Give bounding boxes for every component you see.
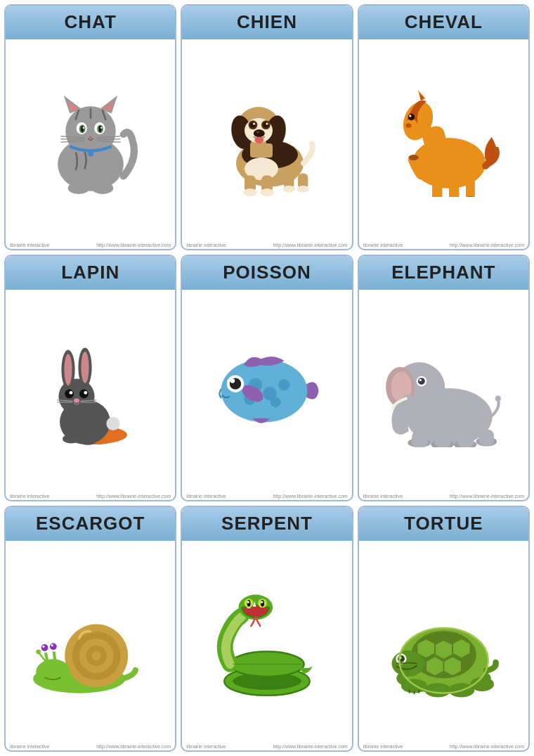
svg-point-89 — [278, 380, 289, 391]
svg-point-75 — [65, 390, 74, 399]
card-escargot: ESCARGOT — [4, 506, 176, 752]
svg-marker-155 — [426, 657, 443, 677]
svg-point-69 — [106, 417, 119, 430]
card-footer-chat: librairie interactive http://www.librair… — [6, 241, 175, 249]
svg-point-24 — [87, 150, 93, 157]
svg-point-84 — [63, 435, 79, 444]
card-title-chat: CHAT — [6, 6, 175, 39]
card-body-cheval — [359, 39, 528, 241]
svg-point-73 — [64, 354, 72, 385]
card-chien: CHIEN — [181, 4, 353, 250]
svg-marker-154 — [452, 639, 470, 659]
svg-point-129 — [51, 644, 53, 646]
svg-rect-112 — [458, 433, 474, 447]
svg-point-66 — [409, 155, 419, 160]
poisson-svg — [204, 336, 330, 445]
card-elephant: ELEPHANT — [358, 255, 530, 501]
svg-point-37 — [253, 122, 255, 124]
serpent-svg — [207, 582, 327, 701]
card-body-serpent — [182, 541, 351, 743]
svg-rect-110 — [412, 431, 428, 447]
elephant-svg — [380, 335, 507, 447]
card-title-poisson: POISSON — [182, 256, 351, 290]
card-title-serpent: SERPENT — [182, 507, 351, 541]
card-body-chien — [182, 39, 351, 241]
svg-point-14 — [99, 126, 101, 132]
svg-point-26 — [91, 182, 113, 194]
svg-point-91 — [271, 397, 281, 408]
tortue-svg — [379, 585, 509, 698]
svg-point-101 — [418, 378, 425, 385]
svg-point-41 — [254, 136, 263, 143]
svg-point-120 — [91, 651, 100, 660]
svg-rect-111 — [435, 433, 451, 447]
card-chat: CHAT — [4, 4, 176, 250]
svg-point-35 — [250, 122, 256, 127]
svg-point-39 — [254, 129, 265, 137]
svg-point-79 — [74, 398, 79, 402]
card-poisson: POISSON — [181, 255, 353, 501]
svg-point-126 — [41, 644, 48, 651]
svg-point-145 — [247, 601, 249, 603]
cheval-svg — [384, 84, 503, 197]
card-title-chien: CHIEN — [182, 6, 351, 39]
card-body-poisson — [182, 290, 351, 492]
svg-rect-60 — [432, 183, 442, 197]
card-title-lapin: LAPIN — [6, 256, 175, 290]
card-body-lapin — [6, 290, 175, 492]
svg-point-25 — [67, 182, 89, 194]
card-title-escargot: ESCARGOT — [6, 507, 175, 541]
card-footer-cheval: librairie interactive http://www.librair… — [359, 241, 528, 249]
svg-point-74 — [81, 352, 89, 383]
card-serpent: SERPENT — [181, 506, 353, 752]
svg-point-36 — [263, 122, 268, 127]
svg-point-144 — [261, 600, 264, 607]
svg-rect-51 — [250, 143, 273, 158]
card-footer-lapin: librairie interactive http://www.librair… — [6, 492, 175, 500]
svg-point-146 — [261, 601, 263, 603]
card-footer-tortue: librairie interactive http://www.librair… — [359, 743, 528, 750]
svg-point-16 — [100, 127, 103, 129]
svg-point-55 — [408, 113, 415, 120]
card-cheval: CHEVAL — [358, 4, 530, 250]
svg-point-78 — [84, 391, 87, 395]
card-body-tortue — [359, 541, 528, 743]
card-footer-poisson: librairie interactive http://www.librair… — [182, 492, 351, 500]
svg-point-38 — [266, 122, 268, 124]
svg-point-56 — [410, 115, 412, 117]
svg-rect-62 — [466, 177, 475, 197]
card-footer-escargot: librairie interactive http://www.librair… — [6, 743, 175, 750]
animal-grid: CHAT — [0, 0, 534, 756]
chat-svg — [31, 86, 150, 195]
card-title-cheval: CHEVAL — [359, 6, 528, 39]
svg-point-131 — [36, 650, 41, 655]
svg-point-47 — [243, 188, 256, 196]
card-footer-chien: librairie interactive http://www.librair… — [182, 241, 351, 249]
svg-point-162 — [424, 684, 450, 698]
card-body-chat — [6, 39, 175, 241]
card-tortue: TORTUE — [358, 506, 530, 752]
svg-point-57 — [406, 123, 412, 127]
svg-point-85 — [79, 436, 96, 445]
svg-point-13 — [81, 126, 83, 132]
svg-point-40 — [256, 131, 260, 133]
card-lapin: LAPIN — [4, 255, 176, 501]
svg-point-95 — [230, 379, 235, 384]
chien-svg — [207, 84, 327, 197]
card-title-tortue: TORTUE — [359, 507, 528, 541]
svg-rect-113 — [479, 430, 494, 446]
svg-point-50 — [297, 186, 309, 193]
svg-point-76 — [79, 390, 89, 399]
svg-point-114 — [495, 396, 501, 402]
svg-point-48 — [260, 188, 273, 196]
escargot-svg — [27, 585, 154, 698]
card-footer-serpent: librairie interactive http://www.librair… — [182, 743, 351, 750]
svg-point-143 — [247, 600, 251, 607]
card-body-elephant — [359, 290, 528, 492]
svg-point-77 — [69, 391, 72, 395]
svg-point-15 — [82, 127, 84, 129]
lapin-svg — [31, 335, 150, 447]
svg-point-127 — [50, 643, 57, 651]
svg-marker-156 — [443, 657, 461, 677]
svg-rect-61 — [449, 180, 459, 197]
